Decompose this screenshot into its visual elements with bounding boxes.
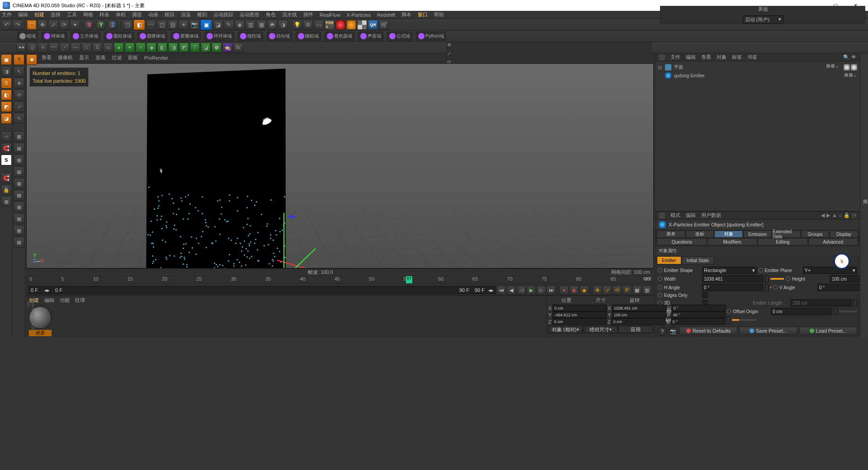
attr-tab-edit[interactable]: 编辑: [686, 212, 696, 219]
xp-green4[interactable]: ◆: [146, 42, 156, 52]
vp-view[interactable]: 查看: [42, 54, 52, 61]
expand-icon[interactable]: ⊟: [658, 65, 662, 70]
menu-plugins[interactable]: 插件: [303, 11, 313, 18]
grid3[interactable]: ▦: [14, 155, 24, 165]
vp-nav2[interactable]: ⤢: [447, 51, 652, 56]
mode-polys[interactable]: ◩: [1, 101, 12, 112]
axis-x-toggle[interactable]: X: [84, 19, 95, 30]
go-end[interactable]: ⏭: [547, 286, 556, 295]
xp-green8[interactable]: Ｔ: [190, 42, 200, 52]
move-tool[interactable]: ✥: [38, 20, 47, 30]
vp-display[interactable]: 显示: [79, 54, 89, 61]
coord-mode-dd[interactable]: 对象 (相对) ▾: [548, 326, 583, 333]
xp-tool4[interactable]: ⋰: [60, 42, 70, 52]
attr-tab-advanced[interactable]: Advanced: [808, 238, 859, 245]
xp-tool3[interactable]: 〰: [49, 42, 59, 52]
objmgr-filter-icon[interactable]: 👁: [851, 54, 856, 60]
field-cylinder[interactable]: 圆柱体域: [104, 32, 134, 41]
grid7[interactable]: ▦: [14, 202, 24, 212]
emitter-plane-select[interactable]: Y+▾: [803, 267, 858, 274]
xp-green5[interactable]: ◧: [157, 42, 167, 52]
xp-tool1[interactable]: ◇: [27, 42, 37, 52]
timeline[interactable]: 051015202530354045505560657075808590 57 …: [26, 276, 654, 284]
reset-defaults-button[interactable]: Reset to Defaults: [679, 327, 737, 335]
menu-redshift[interactable]: Redshift: [377, 12, 395, 18]
tree-row-emitter[interactable]: qudong Emitter ✓: [658, 71, 857, 80]
objmgr-tab-obj[interactable]: 对象: [717, 54, 726, 61]
xp-green3[interactable]: ✧: [136, 42, 146, 52]
mat-tab-func[interactable]: 功能: [60, 297, 70, 304]
grid10[interactable]: ▦: [14, 237, 24, 248]
qr-button[interactable]: QR: [368, 20, 378, 30]
select-tool[interactable]: ⬚: [27, 20, 37, 30]
subtab-emitter[interactable]: Emitter: [657, 256, 681, 264]
edges-only-checkbox[interactable]: [702, 292, 708, 298]
xp-wizard[interactable]: 🧙: [222, 42, 232, 52]
attr-menu-icon[interactable]: [659, 212, 665, 219]
pointer-tool[interactable]: ↖: [14, 113, 24, 124]
start-frame[interactable]: 0 F◂▸: [28, 286, 52, 294]
attr-tab-questions[interactable]: Questions: [657, 238, 707, 245]
mode-points[interactable]: ⠿: [1, 78, 12, 89]
add-camera[interactable]: 📷: [189, 20, 199, 30]
grid8[interactable]: ▦: [14, 213, 24, 224]
redo-button[interactable]: ↷: [13, 20, 23, 30]
viewport-move-gizmo[interactable]: ✥: [26, 54, 37, 65]
menu-volume[interactable]: 体积: [116, 11, 126, 18]
menu-mesh[interactable]: 网格: [83, 11, 93, 18]
attr-new[interactable]: ◳: [852, 212, 856, 218]
field-group[interactable]: 组域: [17, 32, 38, 41]
menu-realflow[interactable]: RealFlow: [320, 12, 340, 18]
axis-y-toggle[interactable]: Y: [96, 19, 107, 30]
record-button[interactable]: ●: [560, 286, 569, 295]
add-field[interactable]: ◉: [235, 20, 245, 30]
menu-character[interactable]: 角色: [266, 11, 276, 18]
vp-options[interactable]: 选项: [95, 54, 105, 61]
cam-icon[interactable]: 📷: [669, 327, 678, 336]
attr-tab-display[interactable]: Display: [830, 230, 858, 238]
xp-tool5[interactable]: ⋯: [71, 42, 80, 52]
menu-edit[interactable]: 编辑: [18, 11, 28, 18]
picture-viewer[interactable]: ▭: [314, 20, 324, 30]
field-sphere[interactable]: 球体域: [42, 32, 67, 41]
width-input[interactable]: [702, 275, 763, 282]
key-rot[interactable]: ⟳: [613, 286, 622, 295]
key-scale[interactable]: ⤢: [603, 286, 612, 295]
xp-tool7[interactable]: ⠿: [92, 42, 102, 52]
menu-pipeline[interactable]: 流水线: [282, 11, 297, 18]
range-bar[interactable]: 0 F90 F: [53, 286, 472, 294]
field-torus[interactable]: 环环体域: [204, 32, 234, 41]
coord-system[interactable]: ◳: [123, 20, 132, 30]
grid2[interactable]: ▦: [14, 143, 24, 154]
field-cube[interactable]: 立方体域: [71, 32, 100, 41]
vp-nav1[interactable]: ✥: [447, 42, 652, 48]
coord-size-dd[interactable]: 绝对尺寸 ▾: [584, 326, 618, 333]
menu-mograph[interactable]: 运动图形: [240, 11, 259, 18]
store-button[interactable]: 🛒: [379, 20, 389, 30]
vp-prorender[interactable]: ProRender: [144, 55, 168, 61]
menu-anim[interactable]: 动画: [148, 11, 158, 18]
step-forward[interactable]: ▷: [537, 286, 546, 295]
load-preset-button[interactable]: Load Preset...: [799, 327, 857, 335]
field-sound[interactable]: 声音域: [358, 32, 383, 41]
xp-green9[interactable]: ◪: [201, 42, 211, 52]
workplane[interactable]: ▦: [1, 196, 12, 207]
axis-tool[interactable]: ⊹: [1, 131, 12, 142]
attr-tab-modifiers[interactable]: Modifiers: [708, 238, 758, 245]
attr-tab-对象[interactable]: 对象: [714, 230, 743, 238]
attr-lock[interactable]: 🔒: [844, 212, 850, 218]
objmgr-tab-file[interactable]: 文件: [670, 54, 680, 61]
play-back[interactable]: ◁: [517, 286, 526, 295]
move-tool-l[interactable]: ✥: [14, 78, 24, 89]
last-tool[interactable]: ✦: [70, 20, 80, 30]
material-orange[interactable]: [346, 20, 356, 30]
help-icon[interactable]: ?: [658, 327, 667, 336]
grid9[interactable]: ▦: [14, 225, 24, 236]
xp-tool8[interactable]: ⠶: [103, 42, 113, 52]
save-preset-button[interactable]: Save Preset...: [739, 327, 797, 335]
mode-edges[interactable]: ◧: [1, 89, 12, 100]
xp-green6[interactable]: ◨: [168, 42, 178, 52]
add-spline[interactable]: 〰: [146, 20, 156, 30]
xp-green1[interactable]: ●: [114, 42, 124, 52]
right-dock-strip[interactable]: 属性: [860, 53, 868, 338]
